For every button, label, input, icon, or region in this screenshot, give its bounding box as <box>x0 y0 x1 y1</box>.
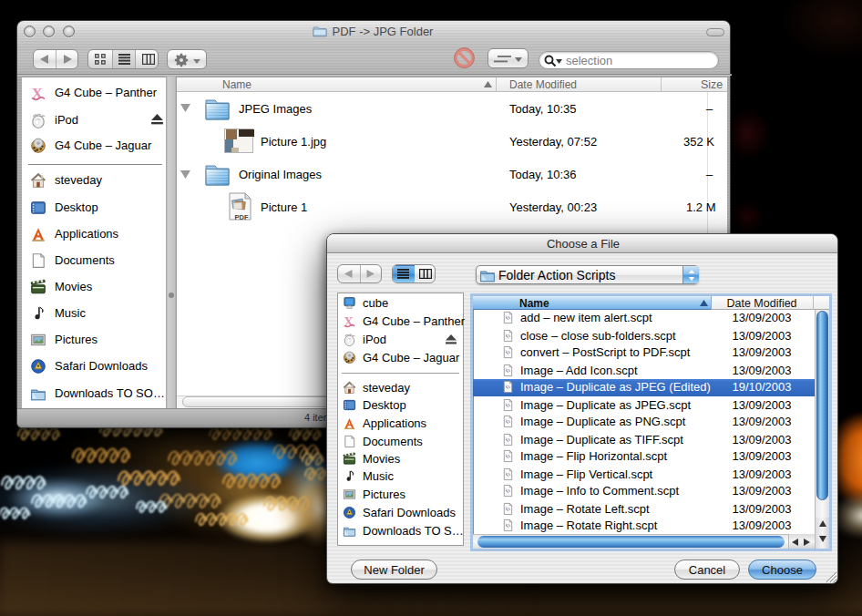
svg-text:PDF: PDF <box>235 213 249 221</box>
